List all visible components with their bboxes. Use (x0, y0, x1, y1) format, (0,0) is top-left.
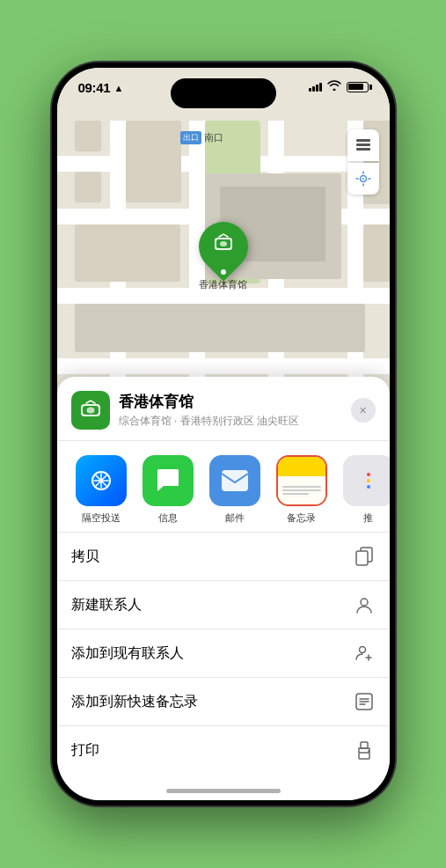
svg-rect-18 (359, 753, 369, 759)
svg-rect-2 (356, 148, 370, 151)
bottom-sheet: 香港体育馆 综合体育馆 · 香港特别行政区 油尖旺区 × 隔空投送 (57, 377, 390, 800)
svg-point-20 (368, 750, 369, 752)
exit-tag: 出口 (180, 131, 201, 144)
airdrop-icon (76, 455, 127, 506)
share-item-mail[interactable]: 邮件 (201, 455, 268, 525)
copy-icon (353, 545, 376, 568)
map-layers-button[interactable] (347, 129, 379, 161)
svg-point-15 (361, 599, 368, 606)
print-label: 打印 (71, 741, 99, 760)
share-row: 隔空投送 信息 (57, 441, 390, 533)
status-icons (309, 80, 369, 93)
more-dots (367, 473, 370, 489)
share-item-notes[interactable]: 备忘录 (268, 455, 335, 525)
more-label: 推 (363, 511, 373, 525)
quick-note-icon (353, 690, 376, 713)
svg-rect-14 (356, 551, 368, 565)
signal-bar-4 (319, 83, 322, 92)
venue-title: 香港体育馆 (119, 392, 351, 412)
airdrop-label: 隔空投送 (82, 511, 121, 525)
svg-point-16 (359, 647, 365, 653)
svg-point-4 (362, 178, 364, 180)
share-item-messages[interactable]: 信息 (135, 455, 201, 525)
share-item-more[interactable]: 推 (335, 455, 390, 525)
copy-label: 拷贝 (71, 548, 99, 566)
dot-yellow (367, 479, 370, 482)
close-button[interactable]: × (351, 398, 376, 423)
action-copy[interactable]: 拷贝 (57, 533, 390, 581)
messages-label: 信息 (158, 511, 178, 525)
exit-name: 南口 (204, 131, 223, 144)
quick-note-label: 添加到新快速备忘录 (71, 693, 198, 711)
svg-rect-12 (222, 470, 248, 491)
action-quick-note[interactable]: 添加到新快速备忘录 (57, 678, 390, 726)
more-icon (343, 455, 390, 506)
new-contact-icon (353, 593, 376, 616)
action-print[interactable]: 打印 (57, 726, 390, 774)
mail-icon (209, 455, 260, 506)
venue-subtitle: 综合体育馆 · 香港特别行政区 油尖旺区 (119, 414, 351, 429)
signal-bars (309, 83, 322, 92)
action-add-existing[interactable]: 添加到现有联系人 (57, 629, 390, 678)
messages-icon (143, 455, 194, 506)
battery-icon (347, 82, 369, 92)
venue-header: 香港体育馆 综合体育馆 · 香港特别行政区 油尖旺区 × (57, 377, 390, 441)
svg-point-10 (86, 408, 94, 414)
signal-bar-3 (316, 85, 318, 92)
svg-rect-1 (356, 143, 370, 146)
home-indicator (166, 789, 281, 793)
notes-label: 备忘录 (287, 511, 316, 525)
new-contact-label: 新建联系人 (71, 596, 142, 614)
wifi-icon (327, 80, 341, 93)
phone-frame: 09:41 ▲ (52, 63, 395, 805)
signal-bar-1 (309, 88, 311, 92)
pin-inner-icon (212, 232, 235, 261)
notes-icon (276, 455, 327, 506)
share-item-airdrop[interactable]: 隔空投送 (68, 455, 135, 525)
action-list: 拷贝 新建联系人 (57, 533, 390, 774)
location-button[interactable] (347, 163, 379, 195)
location-icon: ▲ (113, 83, 123, 93)
dot-red (367, 473, 370, 476)
home-indicator-area (57, 774, 390, 800)
svg-rect-0 (356, 139, 370, 142)
dynamic-island (171, 78, 276, 108)
print-icon (353, 739, 376, 761)
mail-label: 邮件 (225, 511, 245, 525)
svg-rect-19 (361, 742, 368, 748)
add-existing-label: 添加到现有联系人 (71, 644, 184, 663)
dot-blue (367, 485, 370, 489)
add-existing-icon (353, 642, 376, 665)
venue-info: 香港体育馆 综合体育馆 · 香港特别行政区 油尖旺区 (119, 392, 351, 429)
map-controls (347, 129, 379, 195)
phone-screen: 09:41 ▲ (57, 68, 390, 800)
action-new-contact[interactable]: 新建联系人 (57, 581, 390, 629)
map-label-nankou: 出口 南口 (180, 131, 223, 144)
venue-icon (71, 391, 110, 430)
status-time: 09:41 (78, 80, 111, 95)
venue-pin[interactable]: 香港体育馆 (199, 222, 248, 291)
pin-dot (221, 269, 226, 275)
signal-bar-2 (312, 86, 315, 92)
